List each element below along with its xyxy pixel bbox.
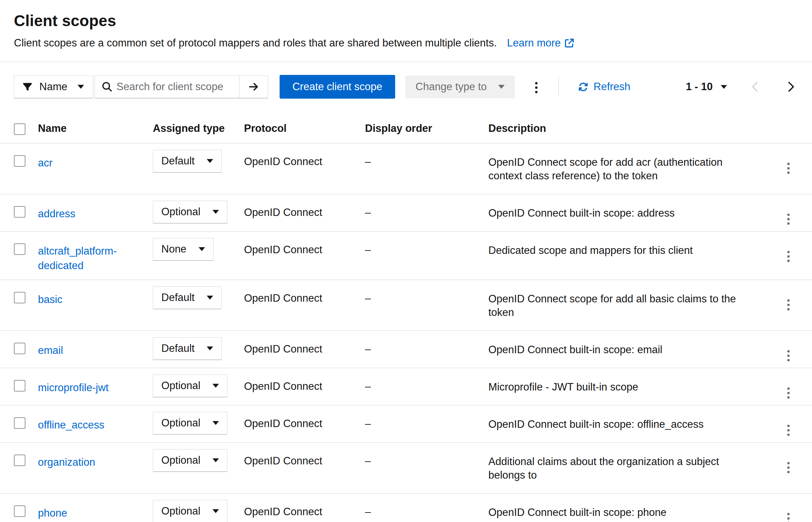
select-all-checkbox[interactable]: [14, 123, 25, 135]
row-kebab-button[interactable]: [783, 458, 794, 475]
assigned-type-select[interactable]: Default: [153, 150, 222, 173]
toolbar-divider: [559, 77, 559, 97]
display-order-cell: –: [365, 368, 488, 405]
change-type-select[interactable]: Change type to: [405, 76, 515, 98]
assigned-type-select[interactable]: Optional: [153, 449, 227, 472]
change-type-label: Change type to: [415, 81, 487, 93]
refresh-button[interactable]: Refresh: [578, 81, 630, 93]
table-row: basic Default OpenID Connect – OpenID Co…: [0, 280, 812, 330]
table-row: address Optional OpenID Connect – OpenID…: [0, 194, 812, 231]
assigned-type-select[interactable]: Default: [153, 337, 222, 360]
column-header-name: Name: [38, 109, 153, 143]
row-checkbox[interactable]: [14, 155, 25, 167]
display-order-cell: –: [365, 280, 488, 330]
row-checkbox[interactable]: [14, 343, 25, 354]
caret-down-icon: [212, 421, 219, 425]
row-checkbox[interactable]: [14, 455, 25, 466]
caret-down-icon: [212, 509, 219, 513]
scope-name-link[interactable]: altcraft_platform-dedicated: [38, 245, 117, 272]
scope-name-link[interactable]: microprofile-jwt: [38, 382, 108, 394]
kebab-icon: [535, 82, 537, 93]
caret-down-icon: [212, 210, 219, 214]
assigned-type-select[interactable]: Default: [153, 286, 222, 309]
assigned-type-select[interactable]: Optional: [153, 375, 227, 397]
table-row: organization Optional OpenID Connect – A…: [0, 442, 812, 493]
pagination-next-button[interactable]: [784, 79, 798, 95]
assigned-type-value: None: [161, 243, 186, 255]
row-kebab-button[interactable]: [783, 159, 794, 176]
protocol-cell: OpenID Connect: [244, 143, 365, 194]
row-kebab-button[interactable]: [783, 210, 794, 227]
kebab-icon: [787, 350, 790, 361]
search-type-select[interactable]: Name: [14, 76, 93, 98]
row-kebab-button[interactable]: [783, 421, 794, 438]
scope-name-link[interactable]: organization: [38, 456, 95, 468]
client-scopes-page: Client scopes Client scopes are a common…: [0, 0, 812, 522]
table-row: acr Default OpenID Connect – OpenID Conn…: [0, 143, 812, 194]
pagination-menu-toggle[interactable]: 1 - 10: [686, 81, 727, 93]
search-submit-button[interactable]: [239, 76, 268, 98]
table-body: acr Default OpenID Connect – OpenID Conn…: [0, 143, 812, 522]
row-checkbox[interactable]: [14, 505, 25, 517]
scope-name-link[interactable]: basic: [38, 294, 62, 305]
search-icon: [102, 82, 112, 92]
assigned-type-value: Optional: [161, 206, 200, 218]
learn-more-link[interactable]: Learn more: [507, 37, 574, 49]
column-header-display-order: Display order: [365, 109, 488, 143]
assigned-type-select[interactable]: Optional: [153, 201, 227, 223]
assigned-type-select[interactable]: Optional: [153, 500, 227, 522]
assigned-type-select[interactable]: None: [153, 238, 214, 261]
description-cell: OpenID Connect built-in scope: offline_a…: [488, 405, 765, 442]
caret-down-icon: [78, 85, 84, 89]
row-checkbox[interactable]: [14, 292, 25, 303]
row-kebab-button[interactable]: [783, 296, 794, 313]
scope-name-link[interactable]: acr: [38, 157, 53, 169]
display-order-cell: –: [365, 493, 488, 522]
description-cell: Additional claims about the organization…: [488, 442, 765, 493]
row-checkbox[interactable]: [14, 417, 25, 429]
create-client-scope-button[interactable]: Create client scope: [280, 75, 395, 99]
assigned-type-value: Optional: [161, 454, 200, 466]
search-input[interactable]: [117, 81, 239, 93]
kebab-icon: [787, 214, 790, 225]
row-kebab-button[interactable]: [783, 247, 794, 264]
display-order-cell: –: [365, 143, 488, 194]
protocol-cell: OpenID Connect: [244, 280, 365, 330]
toolbar-kebab-button[interactable]: [530, 77, 542, 97]
kebab-icon: [787, 462, 790, 473]
assigned-type-value: Optional: [161, 417, 200, 429]
row-checkbox[interactable]: [14, 380, 25, 392]
client-scopes-table: Name Assigned type Protocol Display orde…: [0, 109, 812, 522]
angle-right-icon: [788, 82, 794, 92]
scope-name-link[interactable]: phone: [38, 507, 67, 519]
row-kebab-button[interactable]: [783, 346, 794, 363]
scope-name-link[interactable]: offline_access: [38, 419, 104, 431]
row-checkbox[interactable]: [14, 206, 25, 218]
kebab-icon: [787, 513, 790, 522]
protocol-cell: OpenID Connect: [244, 442, 365, 493]
protocol-cell: OpenID Connect: [244, 493, 365, 522]
scope-name-link[interactable]: address: [38, 208, 75, 220]
description-cell: Dedicated scope and mappers for this cli…: [488, 231, 765, 280]
caret-down-icon: [212, 384, 219, 388]
filter-select-label: Name: [39, 81, 67, 93]
kebab-icon: [787, 251, 790, 262]
pagination-prev-button[interactable]: [748, 79, 762, 95]
row-kebab-button[interactable]: [783, 509, 794, 522]
table-row: offline_access Optional OpenID Connect –…: [0, 405, 812, 442]
description-cell: Microprofile - JWT built-in scope: [488, 368, 765, 405]
assigned-type-select[interactable]: Optional: [153, 412, 227, 435]
angle-left-icon: [752, 82, 758, 92]
column-header-description: Description: [488, 109, 765, 143]
row-checkbox[interactable]: [14, 243, 25, 255]
row-kebab-button[interactable]: [783, 384, 794, 401]
table-row: email Default OpenID Connect – OpenID Co…: [0, 330, 812, 368]
pagination-range: 1 - 10: [686, 81, 713, 93]
column-header-assigned-type: Assigned type: [153, 109, 244, 143]
caret-down-icon: [212, 458, 219, 462]
display-order-cell: –: [365, 442, 488, 493]
refresh-icon: [578, 82, 588, 92]
protocol-cell: OpenID Connect: [244, 330, 365, 368]
assigned-type-value: Optional: [161, 505, 200, 517]
scope-name-link[interactable]: email: [38, 344, 63, 356]
